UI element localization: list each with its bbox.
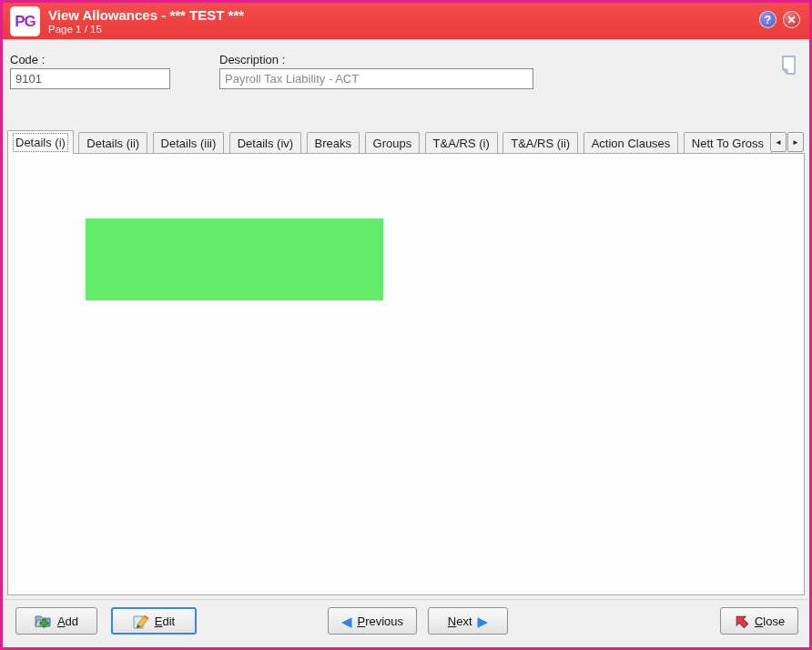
details-i-panel — [7, 153, 805, 595]
add-button-label: Add — [57, 614, 78, 628]
tab-nett-to-gross[interactable]: Nett To Gross — [684, 132, 772, 154]
edit-button[interactable]: Edit — [111, 607, 197, 635]
close-button-label: Close — [755, 614, 785, 628]
button-bar: Add Edit ◀ Previous Next ▶ Clos — [3, 599, 809, 647]
tab-scroll-left-icon[interactable]: ◄ — [770, 132, 787, 152]
window-title: View Allowances - *** TEST *** — [48, 7, 244, 23]
view-allowances-window: PG View Allowances - *** TEST *** Page 1… — [0, 0, 812, 650]
next-button[interactable]: Next ▶ — [428, 607, 508, 635]
document-icon[interactable] — [781, 56, 797, 75]
close-button[interactable]: Close — [720, 607, 798, 635]
close-icon[interactable]: ✕ — [783, 11, 800, 28]
code-input[interactable] — [10, 68, 170, 89]
previous-arrow-icon: ◀ — [341, 614, 352, 628]
edit-pencil-icon — [133, 614, 149, 629]
close-arrow-icon — [734, 614, 749, 629]
tab-breaks[interactable]: Breaks — [307, 132, 360, 154]
add-folder-plus-icon — [35, 614, 52, 629]
pg-logo-icon: PG — [10, 6, 40, 36]
title-bar: PG View Allowances - *** TEST *** Page 1… — [3, 3, 809, 40]
tab-ta-rs-i[interactable]: T&A/RS (i) — [425, 132, 498, 154]
description-label: Description : — [219, 53, 285, 66]
next-button-label: Next — [448, 614, 472, 628]
help-icon[interactable]: ? — [759, 11, 776, 28]
previous-button-label: Previous — [357, 614, 403, 628]
tab-ta-rs-ii[interactable]: T&A/RS (ii) — [502, 132, 578, 154]
tab-details-iii[interactable]: Details (iii) — [153, 132, 225, 154]
tab-details-i[interactable]: Details (i) — [7, 130, 74, 154]
code-label: Code : — [10, 53, 45, 66]
tab-details-iv[interactable]: Details (iv) — [229, 132, 301, 154]
description-input[interactable] — [219, 68, 533, 89]
tab-strip: Details (i) Details (ii) Details (iii) D… — [7, 130, 774, 154]
tab-details-ii[interactable]: Details (ii) — [78, 132, 147, 154]
edit-button-label: Edit — [155, 614, 175, 628]
previous-button[interactable]: ◀ Previous — [328, 607, 417, 635]
tab-scroll-right-icon[interactable]: ► — [787, 132, 804, 152]
next-arrow-icon: ▶ — [478, 614, 489, 628]
tab-groups[interactable]: Groups — [365, 132, 421, 154]
tab-action-clauses[interactable]: Action Clauses — [584, 132, 679, 154]
add-button[interactable]: Add — [15, 607, 97, 635]
page-indicator: Page 1 / 15 — [48, 24, 102, 35]
